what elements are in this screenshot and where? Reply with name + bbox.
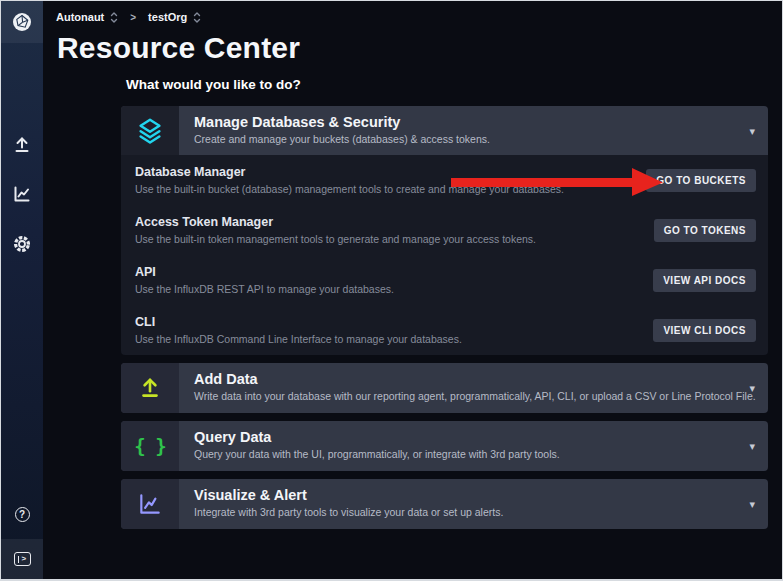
card-header-text: Query Data Query your data with the UI, … (179, 421, 560, 471)
breadcrumb-org[interactable]: testOrg (148, 11, 187, 23)
row-description: Use the built-in token management tools … (135, 233, 536, 245)
chevron-down-icon: ▾ (749, 125, 755, 136)
card-subtitle: Query your data with the UI, programmati… (194, 448, 560, 460)
breadcrumb: Autonaut > testOrg (56, 10, 782, 24)
sidebar-item-data-explorer[interactable] (1, 181, 43, 207)
prompt-bar (18, 556, 20, 563)
chevron-down-icon: ▾ (749, 383, 755, 394)
influxdb-logo[interactable] (1, 1, 43, 43)
row-title: Access Token Manager (135, 215, 536, 229)
card-visualize-alert-header[interactable]: Visualize & Alert Integrate with 3rd par… (121, 479, 768, 529)
resource-center-body: What would you like to do? Manage Databa… (121, 77, 768, 529)
go-to-buckets-button[interactable]: GO TO BUCKETS (646, 169, 756, 192)
braces-glyph: { } (134, 435, 165, 457)
card-manage-databases: Manage Databases & Security Create and m… (121, 106, 768, 355)
row-database-manager: Database Manager Use the built-in bucket… (121, 155, 768, 205)
card-query-data-header[interactable]: { } Query Data Query your data with the … (121, 421, 768, 471)
upload-icon (121, 363, 179, 413)
go-to-tokens-button[interactable]: GO TO TOKENS (654, 219, 756, 242)
sidebar-item-settings[interactable] (1, 231, 43, 257)
row-text: CLI Use the InfluxDB Command Line Interf… (135, 315, 462, 345)
card-title: Add Data (194, 371, 756, 387)
curly-braces-icon: { } (121, 421, 179, 471)
sidebar: ? > (1, 1, 43, 579)
card-add-data: Add Data Write data into your database w… (121, 363, 768, 413)
breadcrumb-account[interactable]: Autonaut (56, 11, 104, 23)
card-subtitle: Write data into your database with our r… (194, 390, 756, 402)
card-add-data-header[interactable]: Add Data Write data into your database w… (121, 363, 768, 413)
prompt-icon: > (14, 552, 31, 566)
row-title: API (135, 265, 394, 279)
row-cli: CLI Use the InfluxDB Command Line Interf… (121, 305, 768, 355)
card-manage-body: Database Manager Use the built-in bucket… (121, 155, 768, 355)
influxdb-logo-icon (11, 11, 33, 33)
sidebar-bottom: ? > (1, 501, 43, 579)
card-header-text: Add Data Write data into your database w… (179, 363, 756, 413)
card-manage-header[interactable]: Manage Databases & Security Create and m… (121, 106, 768, 155)
row-title: Database Manager (135, 165, 564, 179)
card-title: Visualize & Alert (194, 487, 503, 503)
sidebar-item-load-data[interactable] (1, 131, 43, 157)
question-icon: ? (15, 507, 30, 522)
card-header-text: Visualize & Alert Integrate with 3rd par… (179, 479, 503, 529)
row-api: API Use the InfluxDB REST API to manage … (121, 255, 768, 305)
row-description: Use the InfluxDB Command Line Interface … (135, 333, 462, 345)
view-cli-docs-button[interactable]: VIEW CLI DOCS (653, 319, 756, 342)
section-heading: What would you like to do? (126, 77, 768, 92)
sidebar-nav (1, 131, 43, 257)
row-description: Use the built-in bucket (database) manag… (135, 183, 564, 195)
card-header-text: Manage Databases & Security Create and m… (179, 106, 490, 155)
card-visualize-alert: Visualize & Alert Integrate with 3rd par… (121, 479, 768, 529)
row-text: Access Token Manager Use the built-in to… (135, 215, 536, 245)
chevron-down-icon: ▾ (749, 441, 755, 452)
version-button[interactable]: > (1, 539, 43, 579)
row-title: CLI (135, 315, 462, 329)
gear-icon (12, 234, 32, 254)
account-switcher-icon[interactable] (110, 11, 118, 24)
breadcrumb-separator: > (130, 12, 136, 23)
row-text: API Use the InfluxDB REST API to manage … (135, 265, 394, 295)
row-text: Database Manager Use the built-in bucket… (135, 165, 564, 195)
row-access-token-manager: Access Token Manager Use the built-in to… (121, 205, 768, 255)
page-title: Resource Center (57, 32, 782, 64)
app-window: ? > Autonaut > testOrg (0, 0, 783, 581)
main-content: Autonaut > testOrg Resource Center What … (43, 1, 782, 579)
layers-icon (121, 106, 179, 155)
card-title: Query Data (194, 429, 560, 445)
card-subtitle: Create and manage your buckets (database… (194, 133, 490, 145)
row-description: Use the InfluxDB REST API to manage your… (135, 283, 394, 295)
chevron-down-icon: ▾ (749, 499, 755, 510)
card-subtitle: Integrate with 3rd party tools to visual… (194, 506, 503, 518)
help-button[interactable]: ? (1, 501, 43, 527)
org-switcher-icon[interactable] (193, 11, 201, 24)
line-graph-icon (12, 184, 32, 204)
line-chart-icon (121, 479, 179, 529)
prompt-chevron: > (21, 555, 26, 563)
view-api-docs-button[interactable]: VIEW API DOCS (653, 269, 756, 292)
upload-icon (12, 134, 32, 154)
card-query-data: { } Query Data Query your data with the … (121, 421, 768, 471)
card-title: Manage Databases & Security (194, 114, 490, 130)
